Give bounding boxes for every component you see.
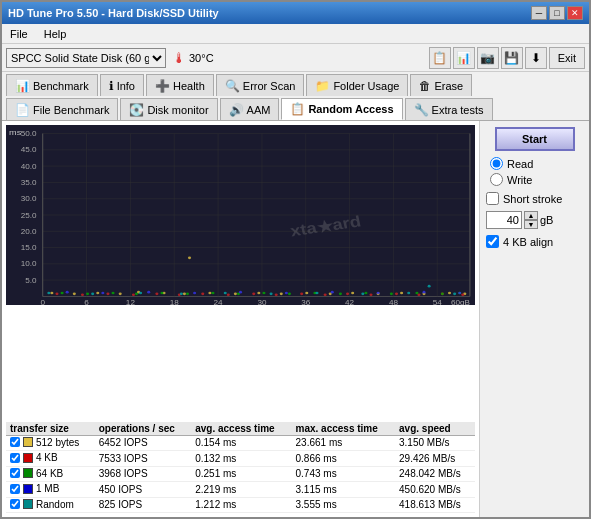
cell-speed-1: 29.426 MB/s	[395, 451, 475, 467]
menu-file[interactable]: File	[6, 27, 32, 41]
svg-text:20.0: 20.0	[21, 227, 37, 235]
spinner-up-button[interactable]: ▲	[524, 211, 538, 220]
info-icon: ℹ	[109, 79, 114, 93]
toolbar-btn-5[interactable]: ⬇	[525, 47, 547, 69]
four-kb-align-label[interactable]: 4 KB align	[486, 235, 583, 248]
write-radio[interactable]	[490, 173, 503, 186]
maximize-button[interactable]: □	[549, 6, 565, 20]
cell-size-2: 64 KB	[6, 466, 95, 482]
tab-erase-label: Erase	[434, 80, 463, 92]
cell-speed-0: 3.150 MB/s	[395, 435, 475, 451]
tab-extra-tests[interactable]: 🔧 Extra tests	[405, 98, 493, 120]
tab-random-access[interactable]: 📋 Random Access	[281, 98, 402, 120]
svg-text:18: 18	[170, 299, 179, 305]
tab-erase[interactable]: 🗑 Erase	[410, 74, 472, 96]
close-button[interactable]: ✕	[567, 6, 583, 20]
content-area: 50.0 45.0 40.0 35.0 30.0 25.0 20.0 15.0 …	[2, 120, 589, 517]
folder-usage-icon: 📁	[315, 79, 330, 93]
benchmark-icon: 📊	[15, 79, 30, 93]
tab-folder-usage[interactable]: 📁 Folder Usage	[306, 74, 408, 96]
svg-point-86	[135, 293, 138, 296]
short-stroke-checkbox[interactable]	[486, 192, 499, 205]
table-row: 4 KB 7533 IOPS 0.132 ms 0.866 ms 29.426 …	[6, 451, 475, 467]
cell-avg-time-0: 0.154 ms	[191, 435, 291, 451]
svg-point-108	[422, 291, 425, 294]
svg-point-114	[224, 292, 227, 295]
svg-text:ms: ms	[9, 128, 21, 137]
svg-point-111	[91, 293, 94, 296]
svg-point-115	[270, 293, 273, 296]
table-row: 64 KB 3968 IOPS 0.251 ms 0.743 ms 248.04…	[6, 466, 475, 482]
tab-health[interactable]: ➕ Health	[146, 74, 214, 96]
svg-point-54	[257, 292, 260, 295]
svg-point-103	[193, 292, 196, 295]
svg-point-52	[208, 292, 211, 295]
svg-point-71	[201, 293, 204, 296]
row-checkbox-3[interactable]	[10, 484, 20, 494]
toolbar-btn-3[interactable]: 📷	[477, 47, 499, 69]
menu-help[interactable]: Help	[40, 27, 71, 41]
tab-info[interactable]: ℹ Info	[100, 74, 144, 96]
stroke-value-input[interactable]	[486, 211, 522, 229]
svg-point-85	[112, 292, 115, 295]
svg-point-53	[234, 293, 237, 296]
svg-text:48: 48	[389, 299, 398, 305]
exit-button[interactable]: Exit	[549, 47, 585, 69]
extra-tests-icon: 🔧	[414, 103, 429, 117]
tab-aam[interactable]: 🔊 AAM	[220, 98, 280, 120]
tab-benchmark[interactable]: 📊 Benchmark	[6, 74, 98, 96]
table-row: Random 825 IOPS 1.212 ms 3.555 ms 418.61…	[6, 497, 475, 513]
four-kb-align-text: 4 KB align	[503, 236, 553, 248]
tab-disk-monitor[interactable]: 💽 Disk monitor	[120, 98, 217, 120]
svg-point-113	[180, 293, 183, 296]
tab-file-benchmark[interactable]: 📄 File Benchmark	[6, 98, 118, 120]
minimize-button[interactable]: ─	[531, 6, 547, 20]
svg-point-105	[285, 292, 288, 295]
read-radio[interactable]	[490, 157, 503, 170]
svg-text:50.0: 50.0	[21, 130, 37, 138]
cell-ops-2: 3968 IOPS	[95, 466, 191, 482]
svg-point-87	[160, 292, 163, 295]
svg-point-107	[377, 292, 380, 295]
col-header-size: transfer size	[6, 422, 95, 436]
row-checkbox-0[interactable]	[10, 437, 20, 447]
svg-text:30: 30	[257, 299, 266, 305]
svg-point-82	[461, 293, 464, 296]
toolbar-btn-2[interactable]: 📊	[453, 47, 475, 69]
start-button[interactable]: Start	[495, 127, 575, 151]
tabs-row-2: 📄 File Benchmark 💽 Disk monitor 🔊 AAM 📋 …	[2, 96, 589, 120]
cell-max-time-1: 0.866 ms	[292, 451, 396, 467]
col-header-ops: operations / sec	[95, 422, 191, 436]
row-checkbox-2[interactable]	[10, 468, 20, 478]
svg-point-73	[252, 293, 255, 296]
svg-text:25.0: 25.0	[21, 211, 37, 219]
tab-aam-label: AAM	[247, 104, 271, 116]
svg-text:15.0: 15.0	[21, 244, 37, 252]
svg-point-88	[186, 293, 189, 296]
row-checkbox-4[interactable]	[10, 499, 20, 509]
four-kb-align-checkbox[interactable]	[486, 235, 499, 248]
write-label: Write	[507, 174, 532, 186]
svg-point-95	[364, 292, 367, 295]
spinner-down-button[interactable]: ▼	[524, 220, 538, 229]
short-stroke-label[interactable]: Short stroke	[486, 192, 583, 205]
toolbar-icons: 📋 📊 📷 💾 ⬇ Exit	[429, 47, 585, 69]
cell-size-0: 512 bytes	[6, 435, 95, 451]
file-benchmark-icon: 📄	[15, 103, 30, 117]
col-header-avg-time: avg. access time	[191, 422, 291, 436]
svg-point-76	[324, 293, 327, 296]
toolbar-btn-4[interactable]: 💾	[501, 47, 523, 69]
read-radio-label[interactable]: Read	[490, 157, 583, 170]
row-checkbox-1[interactable]	[10, 453, 20, 463]
read-label: Read	[507, 158, 533, 170]
write-radio-label[interactable]: Write	[490, 173, 583, 186]
svg-text:42: 42	[345, 299, 354, 305]
svg-point-109	[458, 292, 461, 295]
tab-error-scan-label: Error Scan	[243, 80, 296, 92]
tab-error-scan[interactable]: 🔍 Error Scan	[216, 74, 305, 96]
cell-ops-1: 7533 IOPS	[95, 451, 191, 467]
toolbar-btn-1[interactable]: 📋	[429, 47, 451, 69]
svg-point-91	[262, 292, 265, 295]
disk-select[interactable]: SPCC Solid State Disk (60 gB)	[6, 48, 166, 68]
svg-point-77	[346, 293, 349, 296]
